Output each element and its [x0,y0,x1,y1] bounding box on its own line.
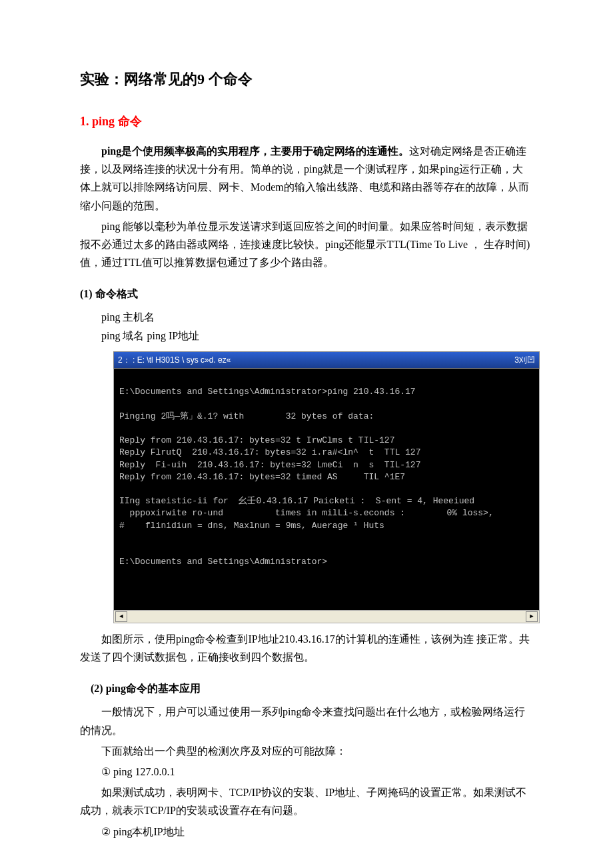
paragraph-usage-2: 下面就给出一个典型的检测次序及对应的可能故障： [80,742,533,760]
paragraph-usage-1: 一般情况下，用户可以通过使用一系列ping命令来查找问题出在什么地方，或检验网络… [80,703,533,739]
subheading-basic-usage: (2) ping命令的基本应用 [80,679,533,697]
scroll-left-icon[interactable]: ◄ [115,611,127,622]
list-item-2: ② ping本机IP地址 [80,823,533,841]
subheading-cmd-format: (1) 命令格式 [80,285,533,303]
section-heading-ping: 1. ping 命令 [80,111,533,132]
scroll-right-icon[interactable]: ► [526,611,538,622]
terminal-window: 2： : E: \tl H301S \ sys c»d. ez« 3刈凹 E:\… [113,351,540,623]
list-item-1-detail: 如果测试成功，表明网卡、TCP/IP协议的安装、IP地址、子网掩码的设置正常。如… [80,783,533,819]
terminal-titlebar: 2： : E: \tl H301S \ sys c»d. ez« 3刈凹 [113,351,540,369]
paragraph-intro-1: ping是个使用频率极高的实用程序，主要用于确定网络的连通性。这对确定网络是否正… [80,142,533,215]
paragraph-intro-2: ping 能够以毫秒为单位显示发送请求到返回应答之间的时间量。如果应答时间短，表… [80,217,533,272]
intro-bold: ping是个使用频率极高的实用程序，主要用于确定网络的连通性。 [101,145,409,157]
terminal-output: E:\Documents and Settings\Administrator>… [113,369,540,611]
paragraph-after-image: 如图所示，使用ping命令检查到IP地址210.43.16.17的计算机的连通性… [80,630,533,666]
cmd-format-line2: ping 域名 ping IP地址 [101,327,533,345]
terminal-title-left: 2： : E: \tl H301S \ sys c»d. ez« [118,353,231,367]
terminal-title-right: 3刈凹 [514,353,535,367]
terminal-scrollbar[interactable]: ◄ ► [113,611,540,623]
cmd-format-line1: ping 主机名 [101,308,533,326]
page-title: 实验：网络常见的9 个命令 [80,67,533,91]
list-item-1: ① ping 127.0.0.1 [80,763,533,781]
